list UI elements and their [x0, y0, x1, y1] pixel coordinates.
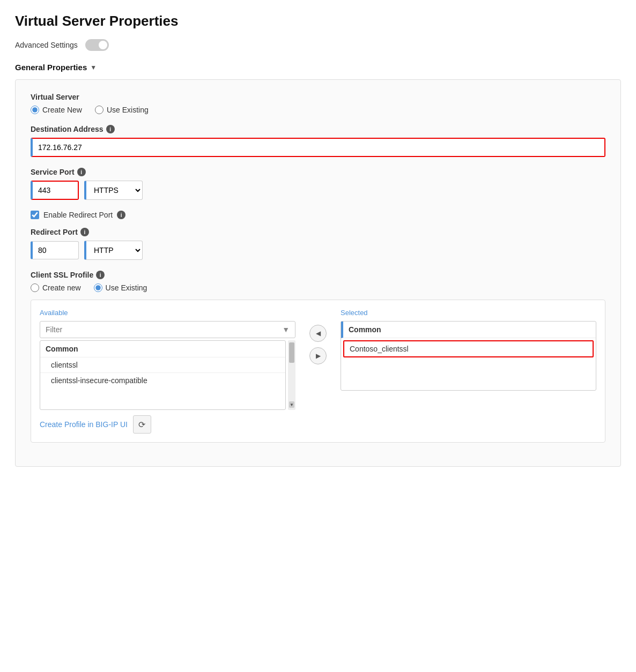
ssl-arrow-col: ◀ ▶ [304, 325, 332, 364]
ssl-filter-row: ▼ [40, 321, 295, 338]
ssl-available-list: Common clientssl clientssl-insecure-comp… [40, 340, 286, 410]
client-ssl-create-new-option[interactable]: Create new [31, 283, 81, 292]
ssl-selected-list: Common Contoso_clientssl [341, 321, 596, 391]
service-port-input[interactable] [31, 181, 79, 200]
virtual-server-use-existing-option[interactable]: Use Existing [95, 106, 149, 114]
client-ssl-profile-info-icon[interactable]: i [96, 271, 105, 279]
enable-redirect-port-row: Enable Redirect Port i [31, 211, 605, 219]
virtual-server-create-new-radio[interactable] [31, 106, 39, 114]
ssl-selected-item-contoso[interactable]: Contoso_clientssl [343, 340, 594, 357]
destination-address-group: Destination Address i [31, 125, 605, 157]
enable-redirect-port-info-icon[interactable]: i [117, 211, 125, 219]
redirect-port-label: Redirect Port [31, 228, 78, 236]
virtual-server-label: Virtual Server [31, 93, 79, 101]
ssl-selected-col: Selected Common Contoso_clientssl [341, 309, 596, 391]
ssl-filter-input[interactable] [40, 322, 277, 338]
client-ssl-create-new-label: Create new [42, 283, 81, 292]
ssl-columns: Available ▼ Common clientssl clientssl-i… [40, 309, 596, 410]
virtual-server-create-new-option[interactable]: Create New [31, 106, 82, 114]
redirect-port-row: HTTP HTTPS Other [31, 241, 605, 260]
general-properties-panel: Virtual Server Create New Use Existing D… [15, 79, 621, 467]
service-port-info-icon[interactable]: i [77, 168, 86, 176]
ssl-arrow-right-btn[interactable]: ▶ [309, 347, 327, 364]
ssl-available-col: Available ▼ Common clientssl clientssl-i… [40, 309, 295, 410]
create-profile-link[interactable]: Create Profile in BIG-IP UI [40, 420, 128, 429]
ssl-available-group-common: Common [40, 341, 285, 357]
destination-address-label: Destination Address [31, 125, 103, 133]
general-properties-label: General Properties [15, 63, 87, 72]
ssl-bottom-row: Create Profile in BIG-IP UI ⟳ [40, 415, 596, 434]
service-port-row: HTTPS HTTP Other [31, 181, 605, 200]
redirect-port-info-icon[interactable]: i [80, 228, 89, 236]
service-port-label: Service Port [31, 168, 75, 176]
ssl-panel: Available ▼ Common clientssl clientssl-i… [31, 300, 605, 443]
ssl-selected-group-common: Common [341, 322, 596, 338]
client-ssl-use-existing-label: Use Existing [106, 283, 147, 292]
virtual-server-use-existing-label: Use Existing [107, 106, 149, 114]
destination-address-info-icon[interactable]: i [106, 125, 115, 133]
advanced-settings-toggle[interactable] [85, 39, 109, 51]
service-port-protocol-select[interactable]: HTTPS HTTP Other [84, 181, 143, 200]
refresh-btn[interactable]: ⟳ [133, 415, 151, 434]
client-ssl-use-existing-radio[interactable] [94, 283, 102, 292]
virtual-server-use-existing-radio[interactable] [95, 106, 103, 114]
enable-redirect-port-label: Enable Redirect Port [43, 211, 113, 219]
virtual-server-create-new-label: Create New [42, 106, 82, 114]
page-title: Virtual Server Properties [15, 13, 621, 29]
ssl-arrow-left-btn[interactable]: ◀ [309, 325, 327, 342]
ssl-selected-label: Selected [341, 309, 596, 317]
client-ssl-profile-label: Client SSL Profile [31, 271, 93, 279]
virtual-server-group: Virtual Server Create New Use Existing [31, 93, 605, 114]
client-ssl-profile-group: Client SSL Profile i Create new Use Exis… [31, 271, 605, 443]
enable-redirect-port-checkbox[interactable] [31, 211, 39, 219]
advanced-settings-label: Advanced Settings [15, 41, 78, 49]
client-ssl-create-new-radio[interactable] [31, 283, 39, 292]
filter-icon: ▼ [277, 325, 295, 334]
list-item[interactable]: clientssl [40, 357, 285, 373]
client-ssl-use-existing-option[interactable]: Use Existing [94, 283, 147, 292]
redirect-port-group: Redirect Port i HTTP HTTPS Other [31, 228, 605, 260]
destination-address-input[interactable] [31, 138, 605, 157]
ssl-available-label: Available [40, 309, 295, 317]
virtual-server-radio-group: Create New Use Existing [31, 106, 605, 114]
list-item[interactable]: clientssl-insecure-compatible [40, 373, 285, 388]
redirect-port-protocol-select[interactable]: HTTP HTTPS Other [84, 241, 143, 260]
service-port-group: Service Port i HTTPS HTTP Other [31, 168, 605, 200]
redirect-port-input[interactable] [31, 241, 79, 259]
general-properties-chevron[interactable]: ▼ [90, 64, 97, 71]
client-ssl-radio-group: Create new Use Existing [31, 283, 605, 292]
